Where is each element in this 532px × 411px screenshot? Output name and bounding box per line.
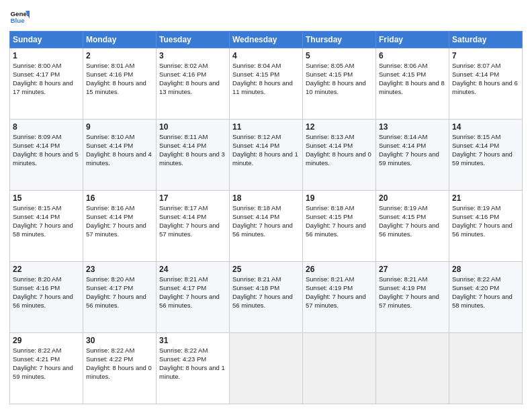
cell-info: Sunrise: 8:22 AM Sunset: 4:23 PM Dayligh…	[159, 347, 225, 379]
cell-info: Sunrise: 8:18 AM Sunset: 4:15 PM Dayligh…	[306, 204, 366, 237]
day-number: 28	[452, 264, 519, 275]
calendar-week-1: 8Sunrise: 8:09 AM Sunset: 4:14 PM Daylig…	[10, 120, 523, 191]
day-number: 1	[13, 50, 80, 61]
calendar-cell: 3Sunrise: 8:02 AM Sunset: 4:16 PM Daylig…	[157, 48, 230, 120]
cell-info: Sunrise: 8:17 AM Sunset: 4:14 PM Dayligh…	[159, 204, 220, 237]
calendar-cell: 30Sunrise: 8:22 AM Sunset: 4:22 PM Dayli…	[83, 333, 157, 404]
day-number: 6	[379, 50, 446, 61]
calendar-week-2: 15Sunrise: 8:15 AM Sunset: 4:14 PM Dayli…	[10, 191, 523, 262]
calendar-cell: 8Sunrise: 8:09 AM Sunset: 4:14 PM Daylig…	[10, 120, 83, 191]
calendar-week-0: 1Sunrise: 8:00 AM Sunset: 4:17 PM Daylig…	[10, 48, 523, 120]
cell-info: Sunrise: 8:21 AM Sunset: 4:17 PM Dayligh…	[159, 275, 220, 308]
calendar-cell: 14Sunrise: 8:15 AM Sunset: 4:14 PM Dayli…	[449, 120, 523, 191]
day-number: 30	[86, 335, 153, 346]
weekday-header-wednesday: Wednesday	[230, 32, 303, 48]
cell-info: Sunrise: 8:22 AM Sunset: 4:20 PM Dayligh…	[452, 275, 513, 308]
cell-info: Sunrise: 8:02 AM Sunset: 4:16 PM Dayligh…	[159, 62, 220, 95]
cell-info: Sunrise: 8:18 AM Sunset: 4:14 PM Dayligh…	[232, 204, 293, 237]
day-number: 29	[13, 335, 80, 346]
calendar-cell: 15Sunrise: 8:15 AM Sunset: 4:14 PM Dayli…	[10, 191, 83, 262]
calendar-page: General Blue SundayMondayTuesdayWednesda…	[0, 0, 532, 411]
cell-info: Sunrise: 8:04 AM Sunset: 4:15 PM Dayligh…	[232, 62, 293, 95]
header: General Blue	[9, 7, 523, 27]
cell-info: Sunrise: 8:06 AM Sunset: 4:15 PM Dayligh…	[379, 62, 445, 95]
day-number: 19	[306, 193, 373, 203]
day-number: 10	[159, 122, 226, 132]
cell-info: Sunrise: 8:20 AM Sunset: 4:16 PM Dayligh…	[13, 275, 73, 308]
day-number: 18	[232, 193, 300, 203]
cell-info: Sunrise: 8:11 AM Sunset: 4:14 PM Dayligh…	[159, 133, 225, 166]
calendar-cell: 21Sunrise: 8:19 AM Sunset: 4:16 PM Dayli…	[449, 191, 523, 262]
cell-info: Sunrise: 8:20 AM Sunset: 4:17 PM Dayligh…	[86, 275, 146, 308]
day-number: 26	[306, 264, 373, 275]
calendar-table: SundayMondayTuesdayWednesdayThursdayFrid…	[9, 31, 523, 404]
calendar-cell: 18Sunrise: 8:18 AM Sunset: 4:14 PM Dayli…	[230, 191, 303, 262]
day-number: 14	[452, 122, 519, 132]
calendar-cell: 13Sunrise: 8:14 AM Sunset: 4:14 PM Dayli…	[376, 120, 449, 191]
cell-info: Sunrise: 8:21 AM Sunset: 4:18 PM Dayligh…	[232, 275, 293, 308]
cell-info: Sunrise: 8:00 AM Sunset: 4:17 PM Dayligh…	[13, 62, 73, 95]
logo-icon: General Blue	[9, 7, 30, 27]
weekday-header-thursday: Thursday	[303, 32, 376, 48]
cell-info: Sunrise: 8:13 AM Sunset: 4:14 PM Dayligh…	[306, 133, 371, 166]
calendar-cell: 23Sunrise: 8:20 AM Sunset: 4:17 PM Dayli…	[83, 262, 157, 333]
calendar-week-3: 22Sunrise: 8:20 AM Sunset: 4:16 PM Dayli…	[10, 262, 523, 333]
calendar-cell: 31Sunrise: 8:22 AM Sunset: 4:23 PM Dayli…	[157, 333, 230, 404]
calendar-cell: 11Sunrise: 8:12 AM Sunset: 4:14 PM Dayli…	[230, 120, 303, 191]
day-number: 3	[159, 50, 226, 61]
cell-info: Sunrise: 8:09 AM Sunset: 4:14 PM Dayligh…	[13, 133, 79, 166]
day-number: 24	[159, 264, 226, 275]
weekday-header-saturday: Saturday	[449, 32, 523, 48]
cell-info: Sunrise: 8:21 AM Sunset: 4:19 PM Dayligh…	[306, 275, 366, 308]
day-number: 11	[232, 122, 300, 132]
cell-info: Sunrise: 8:15 AM Sunset: 4:14 PM Dayligh…	[452, 133, 513, 166]
cell-info: Sunrise: 8:01 AM Sunset: 4:16 PM Dayligh…	[86, 62, 146, 95]
day-number: 25	[232, 264, 300, 275]
cell-info: Sunrise: 8:21 AM Sunset: 4:19 PM Dayligh…	[379, 275, 439, 308]
calendar-cell	[303, 333, 376, 404]
day-number: 16	[86, 193, 153, 203]
day-number: 9	[86, 122, 153, 132]
calendar-cell: 17Sunrise: 8:17 AM Sunset: 4:14 PM Dayli…	[157, 191, 230, 262]
calendar-cell: 22Sunrise: 8:20 AM Sunset: 4:16 PM Dayli…	[10, 262, 83, 333]
day-number: 21	[452, 193, 519, 203]
day-number: 8	[13, 122, 80, 132]
day-number: 13	[379, 122, 446, 132]
cell-info: Sunrise: 8:12 AM Sunset: 4:14 PM Dayligh…	[232, 133, 298, 166]
calendar-cell: 5Sunrise: 8:05 AM Sunset: 4:15 PM Daylig…	[303, 48, 376, 120]
calendar-cell: 27Sunrise: 8:21 AM Sunset: 4:19 PM Dayli…	[376, 262, 449, 333]
day-number: 27	[379, 264, 446, 275]
cell-info: Sunrise: 8:10 AM Sunset: 4:14 PM Dayligh…	[86, 133, 152, 166]
cell-info: Sunrise: 8:15 AM Sunset: 4:14 PM Dayligh…	[13, 204, 73, 237]
logo: General Blue	[9, 7, 30, 27]
day-number: 2	[86, 50, 153, 61]
day-number: 17	[159, 193, 226, 203]
calendar-cell: 26Sunrise: 8:21 AM Sunset: 4:19 PM Dayli…	[303, 262, 376, 333]
cell-info: Sunrise: 8:19 AM Sunset: 4:15 PM Dayligh…	[379, 204, 439, 237]
calendar-cell: 29Sunrise: 8:22 AM Sunset: 4:21 PM Dayli…	[10, 333, 83, 404]
calendar-cell: 9Sunrise: 8:10 AM Sunset: 4:14 PM Daylig…	[83, 120, 157, 191]
day-number: 15	[13, 193, 80, 203]
weekday-header-tuesday: Tuesday	[157, 32, 230, 48]
calendar-cell: 6Sunrise: 8:06 AM Sunset: 4:15 PM Daylig…	[376, 48, 449, 120]
day-number: 7	[452, 50, 519, 61]
calendar-cell: 20Sunrise: 8:19 AM Sunset: 4:15 PM Dayli…	[376, 191, 449, 262]
calendar-cell: 12Sunrise: 8:13 AM Sunset: 4:14 PM Dayli…	[303, 120, 376, 191]
day-number: 5	[306, 50, 373, 61]
day-number: 22	[13, 264, 80, 275]
calendar-cell	[230, 333, 303, 404]
day-number: 20	[379, 193, 446, 203]
cell-info: Sunrise: 8:22 AM Sunset: 4:22 PM Dayligh…	[86, 347, 152, 379]
calendar-cell	[449, 333, 523, 404]
calendar-cell: 25Sunrise: 8:21 AM Sunset: 4:18 PM Dayli…	[230, 262, 303, 333]
calendar-cell: 19Sunrise: 8:18 AM Sunset: 4:15 PM Dayli…	[303, 191, 376, 262]
calendar-cell: 24Sunrise: 8:21 AM Sunset: 4:17 PM Dayli…	[157, 262, 230, 333]
cell-info: Sunrise: 8:05 AM Sunset: 4:15 PM Dayligh…	[306, 62, 366, 95]
cell-info: Sunrise: 8:19 AM Sunset: 4:16 PM Dayligh…	[452, 204, 513, 237]
calendar-cell: 4Sunrise: 8:04 AM Sunset: 4:15 PM Daylig…	[230, 48, 303, 120]
calendar-cell: 2Sunrise: 8:01 AM Sunset: 4:16 PM Daylig…	[83, 48, 157, 120]
cell-info: Sunrise: 8:22 AM Sunset: 4:21 PM Dayligh…	[13, 347, 73, 379]
day-number: 12	[306, 122, 373, 132]
day-number: 31	[159, 335, 226, 346]
cell-info: Sunrise: 8:14 AM Sunset: 4:14 PM Dayligh…	[379, 133, 439, 166]
